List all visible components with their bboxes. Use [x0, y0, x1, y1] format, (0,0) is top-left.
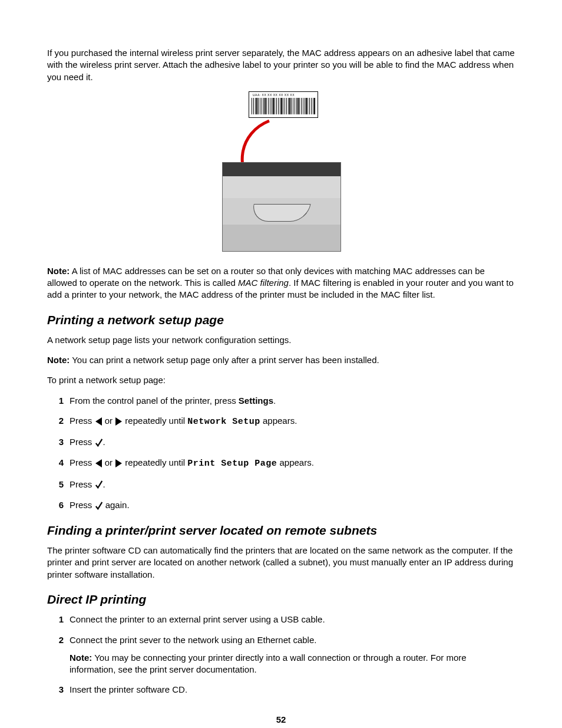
step-6: 6 Press again. [47, 499, 515, 512]
right-arrow-icon [115, 417, 122, 426]
section2-desc: The printer software CD can automaticall… [47, 545, 515, 581]
step-2: 2 Press or repeatedly until Network Setu… [47, 415, 515, 428]
step-3: 3 Press . [47, 436, 515, 449]
check-icon [95, 500, 103, 512]
mac-label-illustration: UAA: XX XX XX XX XX XX [222, 91, 340, 253]
steps-print-setup: 1 From the control panel of the printer,… [47, 395, 515, 512]
section1-desc: A network setup page lists your network … [47, 334, 515, 346]
step-2: 2 Connect the print sever to the network… [47, 634, 515, 676]
section1-note: Note: You can print a network setup page… [47, 354, 515, 366]
printer-illustration [222, 162, 341, 252]
step-1: 1 Connect the printer to an external pri… [47, 614, 515, 625]
mac-filtering-term: MAC filtering [238, 278, 289, 288]
note-label: Note: [47, 266, 70, 276]
page-number: 52 [47, 714, 515, 726]
steps-direct-ip: 1 Connect the printer to an external pri… [47, 614, 515, 696]
note-label: Note: [47, 355, 70, 365]
print-setup-page-label: Print Setup Page [187, 459, 277, 469]
step-2-note: Note: You may be connecting your printer… [70, 652, 515, 676]
mac-filtering-note: Note: A list of MAC addresses can be set… [47, 265, 515, 301]
step-5: 5 Press . [47, 479, 515, 491]
right-arrow-icon [115, 459, 122, 467]
intro-paragraph: If you purchased the internal wireless p… [47, 47, 515, 83]
check-icon [95, 437, 103, 449]
barcode-uaa-text: UAA: XX XX XX XX XX XX [252, 93, 315, 97]
settings-label: Settings [239, 396, 273, 406]
section1-lead: To print a network setup page: [47, 374, 515, 386]
barcode-label: UAA: XX XX XX XX XX XX [249, 91, 318, 118]
left-arrow-icon [95, 459, 102, 467]
section-direct-ip: Direct IP printing [47, 591, 515, 608]
step-4: 4 Press or repeatedly until Print Setup … [47, 457, 515, 470]
step-3: 3 Insert the printer software CD. [47, 684, 515, 696]
section-printing-network-setup: Printing a network setup page [47, 312, 515, 328]
left-arrow-icon [95, 417, 102, 426]
section-remote-subnets: Finding a printer/print server located o… [47, 522, 515, 539]
note-label: Note: [70, 653, 92, 663]
step-1: 1 From the control panel of the printer,… [47, 395, 515, 407]
check-icon [95, 479, 103, 490]
network-setup-label: Network Setup [187, 417, 260, 427]
barcode-bars [252, 98, 315, 114]
